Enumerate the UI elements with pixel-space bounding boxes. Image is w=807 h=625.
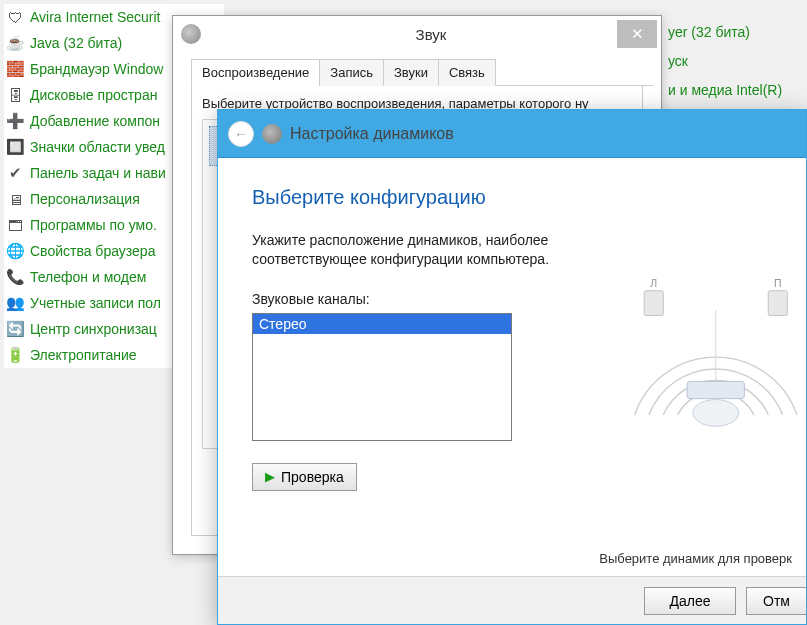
wizard-titlebar: ← Настройка динамиков [218, 110, 806, 158]
app-icon: 🛡 [6, 8, 24, 26]
control-panel-item-label: Электропитание [30, 347, 137, 363]
app-icon: ☕ [6, 34, 24, 52]
app-icon: 🔋 [6, 346, 24, 364]
speaker-setup-wizard: ← Настройка динамиков Выберите конфигура… [217, 109, 807, 625]
control-panel-item-label: Свойства браузера [30, 243, 155, 259]
tab-playback[interactable]: Воспроизведение [191, 59, 320, 86]
right-speaker-label: П [774, 277, 782, 289]
control-panel-item-label: Телефон и модем [30, 269, 146, 285]
app-icon: 🌐 [6, 242, 24, 260]
sound-dialog-titlebar: Звук ✕ [173, 16, 661, 52]
control-panel-item-label: Брандмауэр Window [30, 61, 163, 77]
control-panel-item-label: Avira Internet Securit [30, 9, 160, 25]
arrow-left-icon: ← [234, 126, 248, 142]
speaker-icon [181, 24, 201, 44]
control-panel-item-label: Добавление компон [30, 113, 160, 129]
control-panel-item-label: Учетные записи пол [30, 295, 161, 311]
channels-listbox[interactable]: Стерео [252, 313, 512, 441]
app-icon: 🧱 [6, 60, 24, 78]
cancel-button[interactable]: Отм [746, 587, 806, 615]
tab-sounds[interactable]: Звуки [383, 59, 439, 86]
wizard-body: Выберите конфигурацию Укажите расположен… [218, 158, 806, 576]
tab-record[interactable]: Запись [319, 59, 384, 86]
test-button[interactable]: ▶ Проверка [252, 463, 357, 491]
wizard-hint: Выберите динамик для проверк [599, 551, 792, 566]
next-button[interactable]: Далее [644, 587, 736, 615]
sound-tabstrip: Воспроизведение Запись Звуки Связь [191, 58, 653, 86]
svg-rect-1 [644, 291, 663, 316]
control-panel-item-label: Панель задач и нави [30, 165, 166, 181]
control-panel-item-label: Персонализация [30, 191, 140, 207]
back-button[interactable]: ← [228, 121, 254, 147]
app-icon: 👥 [6, 294, 24, 312]
channel-item-stereo[interactable]: Стерео [253, 314, 511, 334]
control-panel-item-label: Значки области увед [30, 139, 165, 155]
sound-dialog-title: Звук [201, 26, 661, 43]
left-speaker-label: Л [650, 277, 657, 289]
control-panel-item-label: Дисковые простран [30, 87, 157, 103]
wizard-footer: Далее Отм [218, 576, 806, 624]
svg-point-4 [693, 400, 739, 427]
wizard-heading: Выберите конфигурацию [252, 186, 772, 209]
control-panel-item-label: Центр синхронизац [30, 321, 157, 337]
app-icon: 🗔 [6, 216, 24, 234]
control-panel-item-autorun[interactable]: уск [668, 53, 688, 69]
test-button-label: Проверка [281, 469, 344, 485]
app-icon: 🗄 [6, 86, 24, 104]
close-button[interactable]: ✕ [617, 20, 657, 48]
control-panel-item-player[interactable]: yer (32 бита) [668, 24, 750, 40]
control-panel-item-intel[interactable]: и и медиа Intel(R) [668, 82, 782, 98]
wizard-text-1: Укажите расположение динамиков, наиболее [252, 231, 772, 250]
app-icon: ✔ [6, 164, 24, 182]
control-panel-item-label: Java (32 бита) [30, 35, 122, 51]
svg-rect-3 [687, 381, 744, 398]
app-icon: 📞 [6, 268, 24, 286]
svg-rect-2 [768, 291, 787, 316]
app-icon: ➕ [6, 112, 24, 130]
play-icon: ▶ [265, 469, 275, 484]
close-icon: ✕ [631, 25, 644, 43]
app-icon: 🖥 [6, 190, 24, 208]
app-icon: 🔄 [6, 320, 24, 338]
speaker-illustration: Л П [606, 258, 806, 438]
speaker-icon [262, 124, 282, 144]
wizard-title: Настройка динамиков [290, 125, 454, 143]
control-panel-item-label: Программы по умо. [30, 217, 157, 233]
app-icon: 🔲 [6, 138, 24, 156]
tab-communications[interactable]: Связь [438, 59, 496, 86]
